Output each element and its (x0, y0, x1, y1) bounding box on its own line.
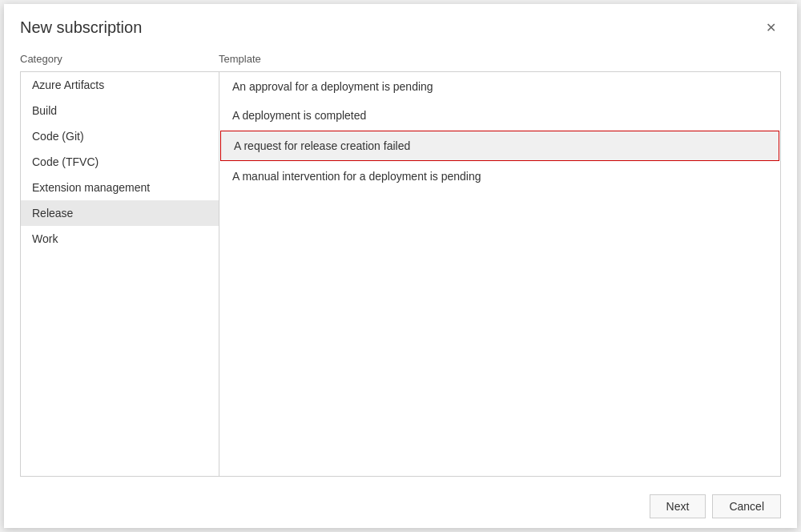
template-item-deployment-completed[interactable]: A deployment is completed (219, 101, 780, 130)
category-item-code-git[interactable]: Code (Git) (21, 123, 219, 149)
dialog-header: New subscription ✕ (4, 4, 797, 45)
category-panel: Azure ArtifactsBuildCode (Git)Code (TFVC… (21, 72, 219, 476)
dialog-title: New subscription (20, 18, 142, 37)
category-item-azure-artifacts[interactable]: Azure Artifacts (21, 72, 219, 98)
column-headers: Category Template (20, 53, 781, 65)
content-area: Azure ArtifactsBuildCode (Git)Code (TFVC… (20, 71, 781, 477)
category-column-header: Category (20, 53, 219, 65)
category-item-release[interactable]: Release (21, 200, 219, 226)
category-item-extension-management[interactable]: Extension management (21, 175, 219, 200)
new-subscription-dialog: New subscription ✕ Category Template Azu… (4, 4, 797, 528)
template-column-header: Template (219, 53, 781, 65)
category-item-work[interactable]: Work (21, 226, 219, 252)
dialog-footer: Next Cancel (4, 485, 797, 528)
template-panel: An approval for a deployment is pendingA… (219, 72, 780, 476)
template-item-approval-pending[interactable]: An approval for a deployment is pending (219, 72, 780, 101)
dialog-body: Category Template Azure ArtifactsBuildCo… (4, 45, 797, 485)
template-item-manual-intervention[interactable]: A manual intervention for a deployment i… (219, 162, 780, 191)
cancel-button[interactable]: Cancel (712, 494, 781, 518)
template-item-release-creation-failed[interactable]: A request for release creation failed (220, 131, 779, 161)
next-button[interactable]: Next (650, 494, 706, 518)
category-item-code-tfvc[interactable]: Code (TFVC) (21, 149, 219, 175)
category-item-build[interactable]: Build (21, 98, 219, 123)
close-button[interactable]: ✕ (761, 20, 781, 36)
